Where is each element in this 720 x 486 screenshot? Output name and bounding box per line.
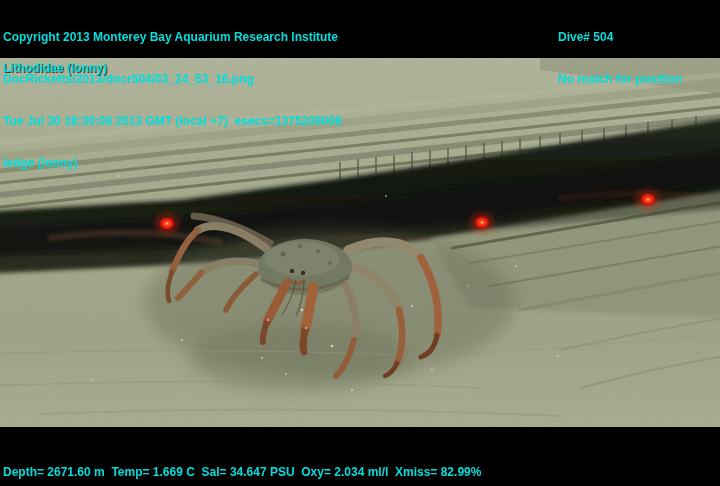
timestamp-line: Tue Jul 30 18:30:08 2013 GMT (local +7) … (3, 114, 342, 128)
video-frame: Copyright 2013 Monterey Bay Aquarium Res… (0, 0, 720, 486)
dive-number: Dive# 504 (558, 30, 682, 44)
telemetry-line: Depth= 2671.60 m Temp= 1.669 C Sal= 34.6… (3, 465, 481, 479)
laser-dot (473, 215, 491, 230)
laser-dot (639, 192, 657, 207)
overlay-top-left: Copyright 2013 Monterey Bay Aquarium Res… (3, 2, 342, 198)
position-status: No match for position (558, 72, 682, 86)
annotation-ledge: ledge (lonny) (3, 156, 342, 170)
annotation-lithodidae: Lithodidae (lonny) (3, 61, 107, 75)
copyright-line: Copyright 2013 Monterey Bay Aquarium Res… (3, 30, 342, 44)
laser-dot (158, 216, 176, 231)
overlay-top-right: Dive# 504 No match for position (558, 2, 682, 114)
